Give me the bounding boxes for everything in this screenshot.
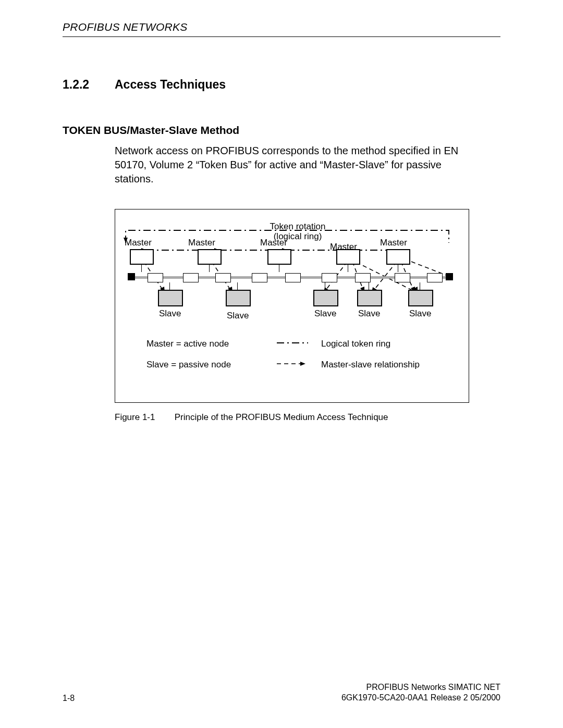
legend-ms-rel: Master-slave relationship	[321, 360, 420, 370]
slave-label-3: Slave	[314, 309, 337, 319]
slave-label-5: Slave	[409, 309, 432, 319]
running-header: PROFIBUS NETWORKS	[63, 21, 500, 37]
bus-terminator-right	[446, 273, 453, 280]
bus-tap	[322, 273, 337, 282]
bus-tap	[252, 273, 267, 282]
bus-tap	[395, 273, 410, 282]
slave-label-4: Slave	[358, 309, 381, 319]
slave-node-1	[158, 290, 183, 306]
caption-label: Figure 1-1	[115, 412, 172, 423]
master-label-5: Master	[380, 238, 407, 248]
diagram-svg	[115, 209, 470, 403]
slave-node-4	[357, 290, 382, 306]
page-number: 1-8	[63, 694, 75, 703]
section-number: 1.2.2	[63, 78, 115, 92]
svg-marker-14	[300, 362, 305, 366]
caption-text: Principle of the PROFIBUS Medium Access …	[175, 412, 388, 422]
section-title: Access Techniques	[115, 78, 226, 92]
page: PROFIBUS NETWORKS 1.2.2 Access Technique…	[0, 0, 563, 728]
bus-terminator-left	[128, 273, 135, 280]
bus-tap	[215, 273, 231, 282]
master-label-1: Master	[125, 238, 152, 248]
master-node-5	[386, 249, 410, 265]
master-label-2: Master	[188, 238, 215, 248]
footer-line-1: PROFIBUS Networks SIMATIC NET	[341, 682, 500, 693]
slave-node-2	[226, 290, 251, 306]
bus-tap	[355, 273, 371, 282]
figure-caption: Figure 1-1 Principle of the PROFIBUS Med…	[115, 412, 500, 423]
master-label-3: Master	[260, 238, 287, 248]
section-heading: 1.2.2 Access Techniques	[63, 78, 500, 92]
legend-slave-def: Slave = passive node	[146, 360, 231, 370]
master-node-1	[130, 249, 154, 265]
master-node-2	[198, 249, 222, 265]
master-node-4	[336, 249, 360, 265]
legend-token-ring: Logical token ring	[321, 339, 390, 349]
slave-label-2: Slave	[227, 311, 249, 321]
bus-tap	[427, 273, 443, 282]
slave-node-3	[313, 290, 338, 306]
footer-line-2: 6GK1970-5CA20-0AA1 Release 2 05/2000	[341, 693, 500, 703]
bus-tap	[183, 273, 199, 282]
master-node-3	[267, 249, 291, 265]
legend-master-def: Master = active node	[146, 339, 229, 349]
bus-tap	[285, 273, 301, 282]
slave-node-5	[408, 290, 433, 306]
body-paragraph: Network access on PROFIBUS corresponds t…	[115, 144, 469, 186]
subheading: TOKEN BUS/Master-Slave Method	[63, 124, 500, 137]
figure-diagram: Token rotation (logical ring)	[115, 209, 469, 403]
slave-label-1: Slave	[159, 309, 181, 319]
bus-tap	[148, 273, 163, 282]
